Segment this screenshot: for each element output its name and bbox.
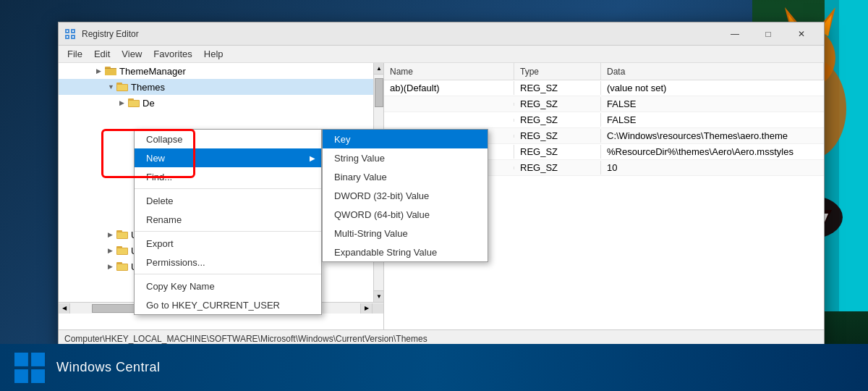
svg-rect-35: [129, 101, 139, 106]
cell-type-3: REG_SZ: [514, 113, 601, 127]
tree-item-themes[interactable]: ▼ Themes: [59, 79, 383, 95]
userstate-label: UserState: [131, 261, 173, 272]
cell-type-6: REG_SZ: [514, 161, 601, 175]
svg-rect-23: [72, 30, 74, 32]
window-controls: — □ ✕: [718, 22, 818, 46]
cell-name-5: style: [384, 145, 514, 159]
tree-item-url[interactable]: ▶ URL: [59, 227, 383, 243]
title-bar: Registry Editor — □ ✕: [59, 22, 824, 46]
window-title: Registry Editor: [82, 29, 718, 39]
cell-data-1: (value not set): [601, 81, 824, 95]
data-row[interactable]: REG_SZ C:\Windows\resources\Themes\aero.…: [384, 128, 824, 144]
cell-type-5: REG_SZ: [514, 145, 601, 159]
cell-type-1: REG_SZ: [514, 81, 601, 95]
data-rows: ab)(Default) REG_SZ (value not set) REG_…: [384, 80, 824, 329]
minimize-button[interactable]: —: [718, 22, 752, 46]
close-button[interactable]: ✕: [785, 22, 818, 46]
svg-rect-29: [105, 68, 116, 69]
cell-name-1: ab)(Default): [384, 81, 514, 95]
tree-item-userpr[interactable]: ▶ UserPr: [59, 243, 383, 258]
themes-label: Themes: [131, 82, 165, 93]
menu-file[interactable]: File: [61, 47, 88, 61]
userpr-label: UserPr: [131, 245, 160, 256]
status-path: Computer\HKEY_LOCAL_MACHINE\SOFTWARE\Mic…: [64, 334, 427, 344]
cell-type-2: REG_SZ: [514, 97, 601, 111]
brand-text: Windows Central: [56, 360, 161, 375]
de-label: De: [142, 98, 155, 109]
svg-rect-38: [117, 232, 127, 238]
svg-rect-28: [105, 68, 116, 75]
data-row[interactable]: REG_SZ FALSE: [384, 96, 824, 112]
col-header-data: Data: [601, 63, 824, 80]
url-label: URL: [131, 230, 150, 240]
data-row[interactable]: REG_SZ FALSE: [384, 112, 824, 128]
svg-rect-46: [31, 353, 45, 366]
data-row[interactable]: ab)(Default) REG_SZ (value not set): [384, 80, 824, 96]
svg-rect-48: [31, 369, 45, 383]
svg-rect-22: [67, 30, 68, 32]
svg-rect-45: [14, 353, 28, 366]
cell-data-3: FALSE: [601, 113, 824, 127]
menu-favorites[interactable]: Favorites: [148, 47, 197, 61]
svg-rect-24: [67, 36, 68, 38]
svg-rect-47: [14, 369, 28, 383]
svg-rect-41: [117, 248, 127, 254]
data-row[interactable]: style REG_SZ %ResourceDir%\themes\Aero\A…: [384, 144, 824, 160]
cell-type-4: REG_SZ: [514, 129, 601, 143]
registry-editor-window: Registry Editor — □ ✕ File Edit View Fav…: [58, 22, 825, 348]
app-icon: [64, 28, 76, 40]
column-headers: Name Type Data: [384, 63, 824, 80]
tree-item-thememanager[interactable]: ▶ ThemeManager ▲: [59, 63, 383, 79]
col-header-type: Type: [514, 63, 601, 80]
menu-bar: File Edit View Favorites Help: [59, 46, 824, 63]
cell-data-2: FALSE: [601, 97, 824, 111]
main-content: ▶ ThemeManager ▲ ▼: [59, 63, 824, 329]
col-header-name: Name: [384, 63, 514, 80]
tree-item-de[interactable]: ▶ De: [59, 95, 383, 111]
cell-data-6: 10: [601, 161, 824, 175]
cell-data-4: C:\Windows\resources\Themes\aero.theme: [601, 129, 824, 143]
svg-rect-44: [117, 264, 127, 270]
cell-name-3: [384, 119, 514, 122]
taskbar: Windows Central: [0, 344, 868, 391]
svg-rect-1: [839, 0, 868, 311]
right-panel: Name Type Data ab)(Default) REG_SZ (valu…: [384, 63, 824, 329]
cell-name-2: [384, 103, 514, 106]
svg-rect-32: [117, 85, 127, 91]
cell-data-5: %ResourceDir%\themes\Aero\Aero.msstyles: [601, 145, 824, 159]
thememanager-label: ThemeManager: [119, 66, 186, 77]
menu-view[interactable]: View: [116, 47, 148, 61]
cell-name-6: [384, 167, 514, 169]
windows-logo: [14, 353, 45, 383]
svg-rect-25: [72, 36, 74, 38]
menu-help[interactable]: Help: [198, 47, 229, 61]
maximize-button[interactable]: □: [752, 22, 785, 46]
cell-name-4: [384, 135, 514, 138]
menu-edit[interactable]: Edit: [88, 47, 116, 61]
tree-panel: ▶ ThemeManager ▲ ▼: [59, 63, 384, 329]
data-row[interactable]: REG_SZ 10: [384, 160, 824, 176]
tree-item-userstate[interactable]: ▶ UserState: [59, 258, 383, 274]
